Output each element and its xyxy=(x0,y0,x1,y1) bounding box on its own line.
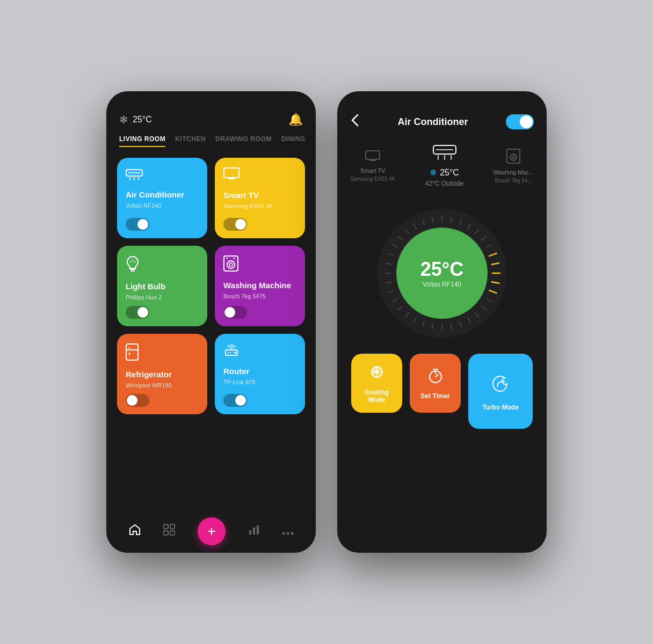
tv-icon xyxy=(223,167,296,185)
svg-line-69 xyxy=(405,313,409,317)
svg-line-64 xyxy=(451,324,452,330)
set-timer-label: Set Timer xyxy=(420,392,449,400)
svg-point-35 xyxy=(287,532,289,535)
svg-line-57 xyxy=(492,282,499,283)
ac-model: Voltas RF140 xyxy=(126,202,199,209)
active-snow-icon: ❄ xyxy=(430,167,437,178)
set-timer-button[interactable]: Set Timer xyxy=(410,354,461,413)
device-card-washing-machine[interactable]: Washing Machine Bosch 7kg 5475 xyxy=(215,246,305,326)
active-ac-icon xyxy=(433,145,456,165)
device-card-smart-tv[interactable]: Smart TV Samsung EX55 4K xyxy=(215,158,305,238)
svg-point-25 xyxy=(234,352,236,354)
svg-rect-33 xyxy=(257,525,259,535)
ac-icon xyxy=(126,167,199,185)
svg-line-82 xyxy=(432,217,433,223)
svg-line-52 xyxy=(482,237,486,240)
add-device-button[interactable]: + xyxy=(198,517,226,545)
left-phone: ❄ 25°C 🔔 LIVING ROOM KITCHEN DRAWING ROO… xyxy=(106,91,316,553)
svg-line-81 xyxy=(423,219,424,224)
svg-point-46 xyxy=(512,156,515,159)
fridge-icon xyxy=(126,343,199,364)
strip-tv-icon xyxy=(365,150,380,165)
device-card-light-bulb[interactable]: Light Bulb Phillips Hue 2 xyxy=(117,246,207,326)
svg-line-58 xyxy=(489,290,496,293)
bottom-nav: + xyxy=(106,510,316,553)
device-card-router[interactable]: Router TP-Link 878 xyxy=(215,334,305,414)
device-grid: Air Conditioner Voltas RF140 Smart TV Sa… xyxy=(106,158,316,326)
svg-line-73 xyxy=(386,282,391,283)
snow-icon: ❄ xyxy=(119,113,128,126)
strip-active-ac[interactable]: ❄ 25°C 42°C Outside xyxy=(407,145,483,187)
svg-point-15 xyxy=(229,263,233,266)
svg-line-79 xyxy=(405,230,409,234)
nav-stats-icon[interactable] xyxy=(248,524,260,539)
fridge-toggle[interactable] xyxy=(126,394,149,407)
svg-rect-5 xyxy=(224,168,239,178)
cooling-mode-icon xyxy=(368,363,386,384)
svg-line-54 xyxy=(489,253,496,256)
svg-point-45 xyxy=(510,154,517,160)
turbo-mode-label: Turbo Mode xyxy=(482,404,519,411)
notification-icon[interactable]: 🔔 xyxy=(288,113,303,127)
svg-line-53 xyxy=(487,245,491,247)
room-tabs: LIVING ROOM KITCHEN DRAWING ROOM DINING xyxy=(106,135,316,147)
nav-more-icon[interactable] xyxy=(282,524,294,538)
fridge-model: Whirlpool WR190 xyxy=(126,382,199,389)
router-toggle[interactable] xyxy=(223,394,247,407)
tab-drawing-room[interactable]: DRAWING ROOM xyxy=(215,135,272,147)
cooling-mode-label: Cooling Mode xyxy=(360,389,394,404)
svg-point-14 xyxy=(227,261,235,268)
svg-line-61 xyxy=(475,313,478,317)
svg-point-17 xyxy=(234,258,235,259)
washer-icon xyxy=(223,255,296,275)
svg-line-62 xyxy=(468,318,470,323)
temperature-dial[interactable]: 25°C Voltas RF140 xyxy=(337,198,547,354)
svg-line-67 xyxy=(423,321,424,326)
tab-living-room[interactable]: LIVING ROOM xyxy=(119,135,165,147)
svg-line-71 xyxy=(393,299,397,302)
svg-line-78 xyxy=(398,237,403,240)
bottom-row: Refrigerator Whirlpool WR190 xyxy=(106,334,316,414)
nav-home-icon[interactable] xyxy=(128,523,141,539)
device-card-refrigerator[interactable]: Refrigerator Whirlpool WR190 xyxy=(117,334,207,414)
svg-line-90 xyxy=(436,375,438,377)
strip-tv-model: Samsung EX55 4K xyxy=(350,176,396,182)
svg-line-70 xyxy=(398,306,403,310)
strip-smart-tv[interactable]: Smart TV Samsung EX55 4K xyxy=(350,150,396,182)
tv-toggle[interactable] xyxy=(223,218,247,231)
cooling-mode-button[interactable]: Cooling Mode xyxy=(351,354,402,413)
device-card-air-conditioner[interactable]: Air Conditioner Voltas RF140 xyxy=(117,158,207,238)
svg-line-59 xyxy=(487,299,491,302)
page-title: Air Conditioner xyxy=(398,116,468,128)
back-button[interactable] xyxy=(350,113,360,131)
left-header: ❄ 25°C 🔔 xyxy=(106,91,316,135)
nav-grid-icon[interactable] xyxy=(163,524,175,539)
svg-rect-30 xyxy=(170,531,175,535)
tv-model: Samsung EX55 4K xyxy=(223,203,296,209)
dial-outer: 25°C Voltas RF140 xyxy=(378,209,506,338)
turbo-mode-button[interactable]: Turbo Mode xyxy=(468,354,533,429)
svg-rect-37 xyxy=(366,151,380,159)
washer-toggle[interactable] xyxy=(223,306,247,319)
ac-name: Air Conditioner xyxy=(126,190,199,199)
svg-line-72 xyxy=(388,291,393,292)
tab-dining[interactable]: DINING xyxy=(281,135,306,147)
bulb-model: Phillips Hue 2 xyxy=(126,294,199,301)
svg-line-77 xyxy=(393,245,397,247)
power-toggle[interactable] xyxy=(506,114,534,129)
svg-line-51 xyxy=(475,230,478,234)
ac-toggle[interactable] xyxy=(126,218,149,231)
router-name: Router xyxy=(223,367,296,376)
active-temperature: 25°C xyxy=(440,168,459,178)
right-header: Air Conditioner xyxy=(337,91,547,140)
router-icon xyxy=(223,343,296,361)
temperature-label: 25°C xyxy=(133,115,152,125)
svg-line-60 xyxy=(482,306,486,310)
svg-line-68 xyxy=(413,318,416,323)
washer-name: Washing Machine xyxy=(223,281,296,290)
tab-kitchen[interactable]: KITCHEN xyxy=(175,135,206,147)
svg-rect-27 xyxy=(164,524,168,529)
strip-washing-machine[interactable]: Washing Mac... Bosch 7kg 54... xyxy=(494,149,534,184)
bulb-toggle[interactable] xyxy=(126,306,149,319)
svg-point-36 xyxy=(291,532,294,535)
